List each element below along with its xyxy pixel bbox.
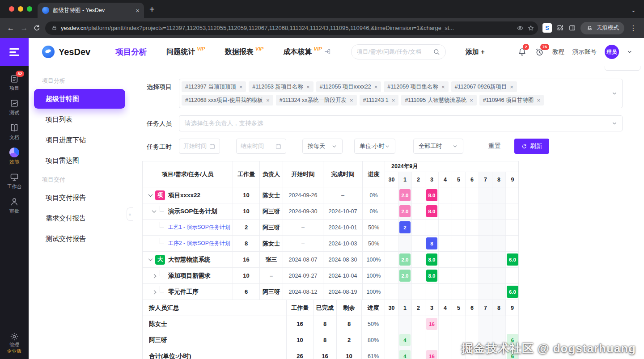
sidebar-collapse-handle[interactable]: « [127,207,133,221]
task-name[interactable]: 添加项目新需求 [168,272,211,280]
address-bar[interactable]: yesdev.cn/platform/gantt/index?projects=… [45,21,538,35]
project-tag[interactable]: #112053 新项目名称× [249,81,313,92]
project-tag[interactable]: #111243 1× [360,95,399,106]
avatar-chevron-icon[interactable] [627,49,632,55]
avatar[interactable]: 理员 [605,45,619,59]
chevron-down-icon[interactable] [148,192,153,197]
gantt-bar[interactable]: 8.0 [426,189,437,201]
tag-remove-icon[interactable]: × [306,84,310,90]
sidebar-item-项目列表[interactable]: 项目列表 [34,110,125,129]
minimize-window-button[interactable] [18,6,23,12]
rail-item-项目[interactable]: 项目32 [0,74,29,91]
gantt-bar[interactable]: 2.0 [399,205,411,217]
rail-item-测试[interactable]: 测试 [0,98,29,115]
task-name[interactable]: 项目xxxx22 [168,191,200,199]
sidebar-item-项目雷达图[interactable]: 项目雷达图 [34,151,125,170]
add-button[interactable]: 添加 + [466,48,485,56]
gantt-bar[interactable]: 6.0 [507,253,518,266]
tag-remove-icon[interactable]: × [350,97,353,104]
topnav-item[interactable]: 项目分析 [115,46,147,57]
project-tag[interactable]: #112067 0926新项目× [451,81,517,92]
tag-remove-icon[interactable]: × [266,97,270,104]
global-search-input[interactable]: 项目/需求/问题/任务/文档 [351,44,446,59]
rail-item-审批[interactable]: 审批 [0,197,29,214]
refresh-button[interactable]: 刷新 [514,139,549,154]
tag-remove-icon[interactable]: × [510,84,513,90]
yesdev-logo[interactable]: YesDev [42,46,90,58]
granularity-select[interactable]: 按每天 [302,139,343,154]
tag-remove-icon[interactable]: × [441,84,445,90]
project-tag[interactable]: #111095 大智慧物流系统× [401,95,476,106]
forward-button[interactable]: → [20,24,29,33]
gantt-bar[interactable]: 2.0 [399,270,411,282]
scope-select[interactable]: 全部工时 [413,139,463,154]
reset-button[interactable]: 重置 [488,142,501,150]
person-select[interactable]: 请选择任务负责人，支持多选 [179,115,623,131]
project-multiselect[interactable]: #112397 当顶顶顶顶×#112053 新项目名称×#112055 项目xx… [179,79,623,108]
gantt-bar[interactable]: 2.0 [399,253,411,266]
project-tag[interactable]: #110946 项目甘特图× [479,95,544,106]
chevron-right-icon[interactable] [152,290,157,295]
fullscreen-window-button[interactable] [27,6,32,12]
gantt-bar[interactable]: 6.0 [507,286,518,298]
account-link[interactable]: 演示账号 [572,48,597,56]
bookmark-star-icon[interactable] [527,25,534,32]
project-tag[interactable]: #112059 项目集名称× [384,81,448,92]
notifications-button[interactable]: 2 [517,47,527,57]
chevron-right-icon[interactable] [152,274,157,279]
tag-remove-icon[interactable]: × [392,97,395,104]
tab-close-icon[interactable]: × [136,7,140,14]
gantt-bar[interactable]: 8.0 [426,270,437,282]
extensions-puzzle-icon[interactable] [556,24,564,32]
rail-item-工作台[interactable]: 工作台 [0,172,29,189]
gantt-bar[interactable]: 4 [399,334,411,346]
task-name[interactable]: 演示SOP任务计划 [168,207,217,215]
topnav-item[interactable]: 数据报表VIP [225,47,264,57]
task-name[interactable]: 零元件工序 [168,288,199,296]
rail-item-admin[interactable]: 管理 企业版 [7,332,22,354]
end-date-input[interactable]: 结束时间 [236,139,286,154]
extension-s-icon[interactable]: S [542,23,552,33]
clipped-control[interactable] [605,66,640,71]
back-button[interactable]: ← [6,24,15,33]
tag-remove-icon[interactable]: × [239,84,243,90]
chevron-down-icon[interactable] [152,208,157,213]
sidebar-item-测试交付报告[interactable]: 测试交付报告 [34,229,125,249]
gantt-bar[interactable]: 8.0 [426,205,437,217]
sidebar-item-超级甘特图[interactable]: 超级甘特图 [34,89,125,109]
side-panel-icon[interactable] [568,24,576,32]
tutorial-link[interactable]: 教程 [552,48,564,56]
gantt-bar[interactable]: 2.0 [399,189,411,201]
chevron-down-icon[interactable] [148,257,153,261]
gantt-bar[interactable]: 2 [399,221,411,233]
tag-remove-icon[interactable]: × [537,97,541,104]
preview-eye-icon[interactable] [517,25,524,32]
sidebar-item-项目交付报告[interactable]: 项目交付报告 [34,188,125,207]
project-tag[interactable]: #112055 项目xxxx22× [316,81,381,92]
gantt-bar[interactable]: 8 [426,237,437,249]
project-tag[interactable]: #112068 xxx项目-使用我的模板× [182,95,273,106]
gantt-bar[interactable]: 8.0 [426,253,437,266]
reload-button[interactable] [33,24,41,32]
topnav-item[interactable]: 成本核算VIP [283,47,331,57]
project-tag[interactable]: #111324 xx系统一阶段开发× [276,95,357,106]
tab-search-chevron-icon[interactable]: ⌄ [631,7,636,13]
tag-remove-icon[interactable]: × [374,84,378,90]
gantt-bar[interactable]: 4 [399,350,411,359]
rail-item-文档[interactable]: 文档 [0,123,29,140]
browser-menu-icon[interactable]: ⋮ [629,24,638,32]
tag-remove-icon[interactable]: × [470,97,473,104]
task-name[interactable]: 大智慧物流系统 [168,256,211,264]
rail-item-效能[interactable]: 效能 [0,148,29,165]
browser-tab[interactable]: 超级甘特图 - YesDev × [38,3,144,18]
project-tag[interactable]: #112397 当顶顶顶顶× [182,81,246,92]
new-tab-button[interactable]: + [149,4,155,15]
task-name[interactable]: 工序2 - 演示SOP任务计划 [168,240,230,247]
sidebar-item-项目进度下钻[interactable]: 项目进度下钻 [34,130,125,150]
gantt-bar[interactable]: 16 [426,318,437,330]
gantt-bar[interactable]: 16 [426,350,437,359]
menu-toggle-button[interactable] [0,38,29,66]
start-date-input[interactable]: 开始时间 [179,139,220,154]
task-name[interactable]: 工艺1 - 演示SOP任务计划 [168,224,230,231]
close-window-button[interactable] [9,6,14,12]
